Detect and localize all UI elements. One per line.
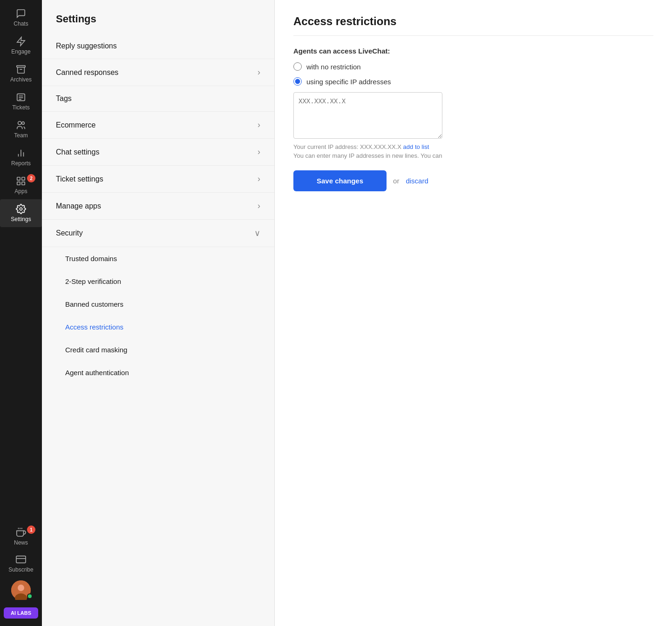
content-title: Access restrictions (293, 15, 653, 36)
apps-icon (16, 176, 26, 186)
reports-icon (16, 148, 26, 158)
menu-label-ecommerce: Ecommerce (56, 121, 95, 129)
content-area: Access restrictions Agents can access Li… (275, 0, 672, 626)
svg-rect-20 (16, 556, 26, 563)
chevron-right-icon-3: › (258, 147, 260, 157)
submenu-label-banned: Banned customers (65, 300, 123, 308)
menu-label-ticket-settings: Ticket settings (56, 175, 103, 183)
radio-option-specific-ip[interactable]: using specific IP addresses (293, 77, 653, 86)
menu-item-chat-settings[interactable]: Chat settings › (42, 139, 274, 166)
svg-rect-14 (17, 182, 20, 185)
menu-label-canned-responses: Canned responses (56, 68, 118, 77)
ip-hint-line2: You can enter many IP addresses in new l… (293, 152, 653, 159)
svg-rect-15 (22, 182, 25, 185)
sidebar-label-apps: Apps (14, 188, 27, 195)
sidebar-item-chats[interactable]: Chats (0, 4, 42, 32)
sidebar-label-subscribe: Subscribe (8, 566, 33, 573)
chevron-right-icon: › (258, 67, 260, 77)
ip-hint-prefix: Your current IP address: XXX.XXX.XX.X (293, 143, 401, 150)
menu-item-ticket-settings[interactable]: Ticket settings › (42, 166, 274, 193)
apps-badge: 2 (27, 174, 35, 182)
menu-label-tags: Tags (56, 94, 72, 103)
team-icon (16, 120, 26, 130)
svg-point-23 (18, 585, 24, 591)
sidebar-label-news: News (14, 539, 28, 546)
menu-item-manage-apps[interactable]: Manage apps › (42, 193, 274, 220)
menu-label-manage-apps: Manage apps (56, 202, 101, 210)
online-indicator (27, 593, 33, 599)
save-row: Save changes or discard (293, 170, 653, 191)
settings-icon (16, 204, 26, 214)
add-to-list-link[interactable]: add to list (403, 143, 429, 150)
archives-icon (16, 64, 26, 74)
ai-labs-button[interactable]: AI LABS (4, 607, 38, 619)
submenu-label-access: Access restrictions (65, 323, 123, 331)
submenu-agent-authentication[interactable]: Agent authentication (42, 361, 274, 384)
sidebar-item-subscribe[interactable]: Subscribe (5, 551, 37, 577)
sidebar-item-archives[interactable]: Archives (0, 60, 42, 88)
svg-marker-0 (17, 37, 25, 46)
sidebar-label-archives: Archives (10, 76, 32, 83)
submenu-trusted-domains[interactable]: Trusted domains (42, 247, 274, 270)
svg-rect-12 (17, 177, 20, 180)
submenu-2step-verification[interactable]: 2-Step verification (42, 270, 274, 293)
sidebar-item-apps[interactable]: 2 Apps (0, 171, 42, 199)
menu-item-tags[interactable]: Tags (42, 86, 274, 112)
menu-label-security: Security (56, 229, 83, 237)
chevron-right-icon-4: › (258, 174, 260, 184)
chevron-down-icon: ∨ (254, 228, 260, 238)
menu-label-reply-suggestions: Reply suggestions (56, 42, 117, 50)
settings-menu-panel: Settings Reply suggestions Canned respon… (42, 0, 275, 626)
news-badge: 1 (27, 525, 35, 534)
sidebar-item-team[interactable]: Team (0, 115, 42, 143)
sidebar: Chats Engage Archives Tickets Team Repor… (0, 0, 42, 626)
submenu-label-2step: 2-Step verification (65, 277, 121, 285)
menu-item-security[interactable]: Security ∨ (42, 220, 274, 247)
submenu-banned-customers[interactable]: Banned customers (42, 293, 274, 316)
submenu-label-credit-card: Credit card masking (65, 346, 127, 354)
sidebar-label-reports: Reports (11, 160, 31, 167)
menu-item-ecommerce[interactable]: Ecommerce › (42, 112, 274, 139)
svg-point-8 (22, 122, 25, 125)
sidebar-item-news[interactable]: 1 News (0, 523, 42, 551)
submenu-label-agent-auth: Agent authentication (65, 369, 129, 377)
tickets-icon (16, 92, 26, 102)
radio-label-no-restriction[interactable]: with no restriction (306, 63, 361, 71)
ip-address-textarea[interactable] (293, 92, 442, 139)
radio-specific-ip[interactable] (293, 77, 302, 86)
sidebar-label-settings: Settings (11, 216, 31, 222)
sidebar-item-reports[interactable]: Reports (0, 143, 42, 171)
settings-title: Settings (42, 0, 274, 34)
menu-item-canned-responses[interactable]: Canned responses › (42, 59, 274, 86)
menu-label-chat-settings: Chat settings (56, 148, 99, 156)
discard-link[interactable]: discard (406, 177, 428, 185)
submenu-label-trusted-domains: Trusted domains (65, 255, 117, 263)
ip-hint-line1: Your current IP address: XXX.XXX.XX.X ad… (293, 143, 653, 150)
svg-point-16 (20, 208, 22, 210)
sidebar-label-engage: Engage (11, 48, 30, 55)
save-changes-button[interactable]: Save changes (293, 170, 387, 191)
submenu-access-restrictions[interactable]: Access restrictions (42, 316, 274, 338)
sidebar-item-settings[interactable]: Settings (0, 199, 42, 227)
or-text: or (393, 177, 399, 185)
sidebar-label-tickets: Tickets (12, 104, 30, 111)
submenu-credit-card-masking[interactable]: Credit card masking (42, 338, 274, 361)
svg-rect-13 (22, 177, 25, 180)
chat-icon (16, 8, 26, 19)
section-label: Agents can access LiveChat: (293, 47, 653, 55)
sidebar-item-tickets[interactable]: Tickets (0, 88, 42, 115)
subscribe-icon (16, 554, 26, 565)
menu-item-reply-suggestions[interactable]: Reply suggestions (42, 34, 274, 59)
news-icon (16, 527, 26, 538)
engage-icon (16, 36, 26, 47)
user-avatar-container[interactable] (0, 577, 42, 604)
chevron-right-icon-5: › (258, 201, 260, 211)
radio-label-specific-ip[interactable]: using specific IP addresses (306, 78, 391, 86)
chevron-right-icon-2: › (258, 120, 260, 130)
svg-rect-1 (17, 66, 25, 67)
radio-option-no-restriction[interactable]: with no restriction (293, 62, 653, 71)
sidebar-item-engage[interactable]: Engage (0, 32, 42, 60)
radio-no-restriction[interactable] (293, 62, 302, 71)
sidebar-label-chats: Chats (14, 20, 28, 27)
sidebar-label-team: Team (14, 132, 27, 139)
